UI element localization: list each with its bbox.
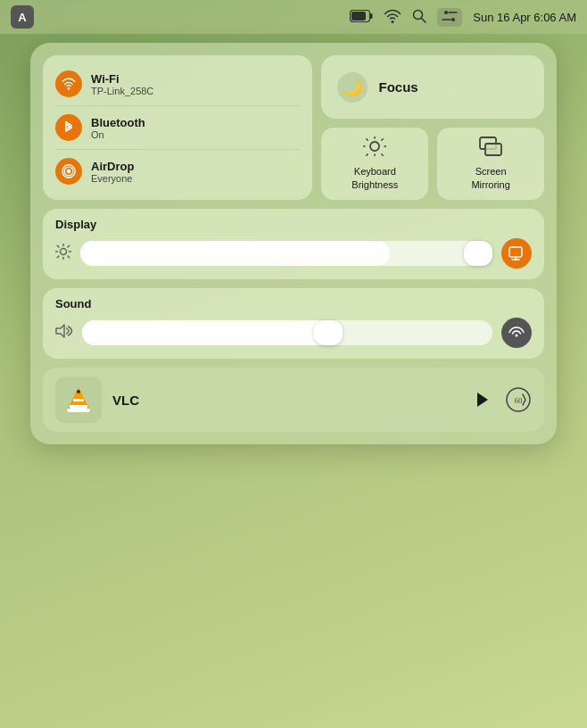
svg-point-20 bbox=[370, 142, 379, 151]
skip-forward-button[interactable]: 60 bbox=[505, 386, 532, 413]
menubar: A bbox=[0, 0, 587, 34]
svg-text:60: 60 bbox=[515, 396, 524, 405]
svg-line-17 bbox=[382, 154, 383, 155]
sound-slider[interactable] bbox=[82, 320, 492, 345]
menubar-datetime: Sun 16 Apr 6:06 AM bbox=[473, 11, 576, 24]
keyboard-brightness-label: KeyboardBrightness bbox=[351, 165, 398, 191]
airdrop-status: Everyone bbox=[91, 173, 134, 184]
svg-line-18 bbox=[382, 139, 383, 140]
cc-top-row: Wi-Fi TP-Link_258C Bluetooth On bbox=[43, 55, 544, 200]
airdrop-text: AirDrop Everyone bbox=[91, 160, 134, 184]
vlc-icon-wrap bbox=[55, 376, 102, 423]
wifi-text: Wi-Fi TP-Link_258C bbox=[91, 72, 153, 96]
nowplaying-controls: 60 bbox=[469, 386, 532, 413]
svg-point-7 bbox=[451, 18, 455, 21]
control-center-icon[interactable] bbox=[437, 8, 462, 27]
svg-line-31 bbox=[57, 256, 59, 258]
avatar: A bbox=[11, 5, 34, 29]
bluetooth-title: Bluetooth bbox=[91, 116, 145, 129]
play-button[interactable] bbox=[469, 386, 496, 413]
bluetooth-toggle-icon[interactable] bbox=[55, 114, 82, 141]
svg-marker-42 bbox=[477, 393, 488, 407]
svg-line-19 bbox=[367, 154, 368, 155]
menubar-right: Sun 16 Apr 6:06 AM bbox=[350, 8, 576, 27]
svg-rect-39 bbox=[73, 399, 84, 401]
cc-right-col: 🌙 Focus bbox=[321, 55, 544, 200]
keyboard-brightness-icon bbox=[363, 136, 386, 160]
svg-line-28 bbox=[57, 245, 59, 247]
focus-label: Focus bbox=[378, 79, 418, 95]
svg-point-41 bbox=[77, 390, 80, 393]
wifi-toggle-icon[interactable] bbox=[55, 70, 82, 97]
small-buttons-row: KeyboardBrightness ScreenMirroring bbox=[321, 128, 544, 200]
svg-point-23 bbox=[61, 249, 67, 255]
svg-rect-40 bbox=[67, 409, 90, 412]
display-settings-button[interactable] bbox=[501, 238, 532, 269]
net-divider-1 bbox=[55, 105, 300, 106]
vlc-cone-icon bbox=[61, 382, 96, 418]
wifi-network-name: TP-Link_258C bbox=[91, 86, 153, 96]
display-title: Display bbox=[55, 218, 532, 231]
screen-mirroring-label: ScreenMirroring bbox=[471, 165, 509, 191]
now-playing-card: VLC 60 bbox=[43, 368, 544, 432]
display-slider-row bbox=[55, 238, 532, 269]
svg-rect-22 bbox=[485, 144, 501, 155]
display-brightness-icon bbox=[55, 244, 71, 263]
svg-line-29 bbox=[68, 256, 70, 258]
vlc-app-name: VLC bbox=[112, 393, 459, 408]
wifi-item[interactable]: Wi-Fi TP-Link_258C bbox=[55, 66, 300, 102]
screen-mirroring-button[interactable]: ScreenMirroring bbox=[437, 128, 544, 200]
svg-point-36 bbox=[516, 335, 518, 337]
sound-card: Sound bbox=[43, 288, 544, 359]
keyboard-brightness-button[interactable]: KeyboardBrightness bbox=[321, 128, 428, 200]
svg-rect-2 bbox=[351, 12, 366, 21]
sound-volume-icon bbox=[55, 324, 73, 342]
svg-point-5 bbox=[444, 11, 448, 14]
svg-line-16 bbox=[367, 139, 368, 140]
airdrop-item[interactable]: AirDrop Everyone bbox=[55, 153, 300, 189]
svg-line-4 bbox=[422, 18, 426, 22]
net-divider-2 bbox=[55, 149, 300, 150]
display-slider[interactable] bbox=[80, 241, 492, 266]
svg-point-9 bbox=[67, 170, 71, 174]
wifi-icon bbox=[384, 9, 401, 26]
focus-moon-icon: 🌙 bbox=[337, 72, 368, 103]
svg-rect-38 bbox=[70, 405, 87, 409]
menubar-left: A bbox=[11, 5, 34, 29]
search-icon[interactable] bbox=[412, 9, 426, 26]
focus-card[interactable]: 🌙 Focus bbox=[321, 55, 544, 119]
bluetooth-text: Bluetooth On bbox=[91, 116, 145, 140]
svg-rect-1 bbox=[370, 13, 373, 19]
control-center-panel: Wi-Fi TP-Link_258C Bluetooth On bbox=[30, 43, 557, 444]
svg-line-30 bbox=[68, 245, 70, 247]
bluetooth-status: On bbox=[91, 129, 145, 140]
battery-icon bbox=[350, 10, 373, 25]
bluetooth-item[interactable]: Bluetooth On bbox=[55, 110, 300, 145]
sound-title: Sound bbox=[55, 297, 532, 310]
network-card: Wi-Fi TP-Link_258C Bluetooth On bbox=[43, 55, 312, 200]
svg-rect-32 bbox=[509, 247, 522, 257]
airplay-button[interactable] bbox=[501, 318, 532, 348]
airdrop-toggle-icon[interactable] bbox=[55, 158, 82, 185]
sound-slider-row bbox=[55, 318, 532, 348]
svg-marker-35 bbox=[56, 325, 64, 337]
display-card: Display bbox=[43, 209, 544, 279]
airdrop-title: AirDrop bbox=[91, 160, 134, 173]
screen-mirroring-icon bbox=[479, 136, 502, 160]
wifi-title: Wi-Fi bbox=[91, 72, 153, 86]
